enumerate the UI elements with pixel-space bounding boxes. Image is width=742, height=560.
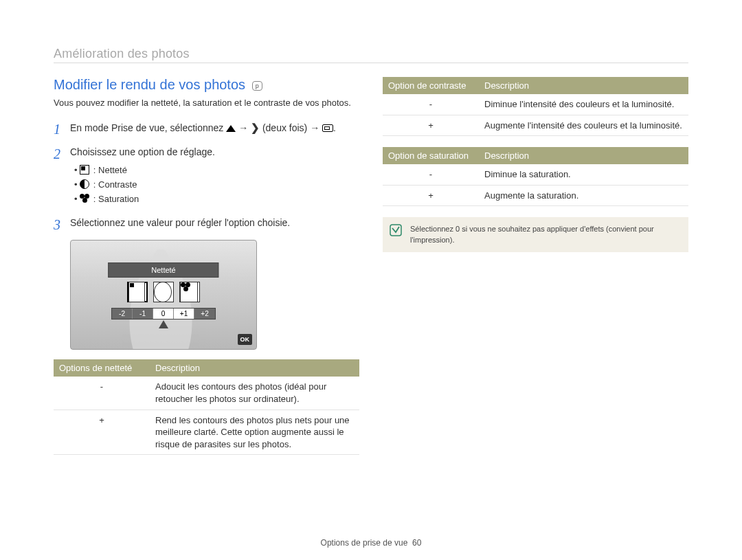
cell-desc: Rend les contours des photos plus nets p… [150, 410, 359, 455]
cell-desc: Adoucit les contours des photos (idéal p… [150, 377, 359, 410]
contrast-icon [80, 179, 89, 189]
lcd-title: Netteté [108, 262, 218, 278]
section-title: Modifier le rendu de vos photos p [54, 77, 359, 93]
contrast-icon [154, 282, 172, 302]
step2-options: : Netteté : Contraste : Saturation [70, 164, 359, 206]
table-row: + Rend les contours des photos plus nets… [54, 410, 359, 455]
saturation-icon [80, 194, 89, 203]
saturation-table: Option de saturation Description - Dimin… [383, 147, 688, 206]
contrast-table: Option de contraste Description - Diminu… [383, 77, 688, 136]
sharpness-icon [128, 282, 145, 302]
note-text: Sélectionnez 0 si vous ne souhaitez pas … [410, 225, 654, 243]
table-row: - Diminue l'intensité des couleurs et la… [383, 94, 688, 115]
cell-symbol: + [54, 410, 150, 455]
step-3: Sélectionnez une valeur pour régler l'op… [54, 216, 359, 230]
right-column: Option de contraste Description - Diminu… [383, 77, 688, 466]
svg-rect-0 [390, 225, 401, 236]
content-columns: Modifier le rendu de vos photos p Vous p… [54, 77, 688, 466]
table-header: Options de netteté [54, 359, 150, 377]
cell-desc: Diminue la saturation. [479, 164, 688, 185]
cell-symbol: - [383, 94, 479, 115]
opt-saturation-label: : Saturation [91, 194, 139, 204]
table-row: + Augmente la saturation. [383, 185, 688, 206]
table-header: Description [479, 147, 688, 164]
table-header: Option de contraste [383, 77, 479, 94]
table-header: Description [150, 359, 359, 377]
scale-tick: -2 [112, 309, 133, 319]
note-icon [390, 224, 402, 236]
footer-page-number: 60 [412, 538, 421, 548]
lcd-ok-badge: OK [238, 334, 253, 345]
lcd-saturation-icon [179, 282, 200, 302]
scale-tick: +2 [194, 309, 215, 319]
sharpness-table: Options de netteté Description - Adoucit… [54, 359, 359, 455]
opt-contrast-label: : Contraste [91, 179, 137, 190]
lcd-icon-row [127, 282, 200, 302]
sharpness-icon [80, 165, 89, 175]
divider [54, 63, 688, 63]
nav-up-icon [226, 125, 236, 132]
table-row: - Adoucit les contours des photos (idéal… [54, 377, 359, 410]
cell-symbol: - [54, 377, 150, 410]
cell-desc: Augmente la saturation. [479, 185, 688, 206]
step-2: Choisissez une option de réglage. : Nett… [54, 145, 359, 206]
lcd-sharpness-icon [127, 282, 148, 302]
lcd-screenshot: Netteté -2 -1 0 +1 +2 OK [70, 240, 257, 350]
nav-right-icon: ❯ [251, 120, 260, 136]
cell-desc: Diminue l'intensité des couleurs et la l… [479, 94, 688, 115]
cell-symbol: + [383, 185, 479, 206]
opt-sharpness: : Netteté [74, 164, 359, 178]
lcd-scale: -2 -1 0 +1 +2 [111, 308, 216, 320]
step-list: En mode Prise de vue, sélectionnez → ❯ (… [54, 120, 359, 231]
adjust-menu-icon [322, 124, 333, 132]
step1-post: (deux fois) → [262, 122, 322, 133]
cell-symbol: - [383, 164, 479, 185]
note-box: Sélectionnez 0 si vous ne souhaitez pas … [383, 217, 688, 252]
chapter-title: Amélioration des photos [54, 47, 688, 61]
scale-tick: -1 [133, 309, 153, 319]
lcd-pointer-icon [159, 320, 168, 328]
scale-tick-selected: 0 [153, 309, 174, 319]
left-column: Modifier le rendu de vos photos p Vous p… [54, 77, 359, 466]
table-header: Description [479, 77, 688, 94]
step-1: En mode Prise de vue, sélectionnez → ❯ (… [54, 120, 359, 136]
cell-symbol: + [383, 115, 479, 136]
table-row: - Diminue la saturation. [383, 164, 688, 185]
mode-chip-icon: p [252, 81, 262, 91]
arrow-icon: → [238, 122, 251, 133]
step2-text: Choisissez une option de réglage. [70, 146, 215, 157]
opt-sharpness-label: : Netteté [91, 165, 127, 175]
footer-label: Options de prise de vue [321, 538, 408, 548]
opt-saturation: : Saturation [74, 192, 359, 207]
opt-contrast: : Contraste [74, 178, 359, 192]
page-footer: Options de prise de vue 60 [0, 538, 742, 548]
lcd-contrast-icon [153, 282, 174, 302]
step3-text: Sélectionnez une valeur pour régler l'op… [70, 217, 290, 228]
table-row: + Augmente l'intensité des couleurs et l… [383, 115, 688, 136]
saturation-icon [180, 282, 198, 302]
intro-text: Vous pouvez modifier la netteté, la satu… [54, 97, 359, 109]
step1-pre: En mode Prise de vue, sélectionnez [70, 122, 226, 133]
cell-desc: Augmente l'intensité des couleurs et la … [479, 115, 688, 136]
table-header: Option de saturation [383, 147, 479, 164]
scale-tick: +1 [174, 309, 194, 319]
section-title-text: Modifier le rendu de vos photos [54, 77, 245, 92]
